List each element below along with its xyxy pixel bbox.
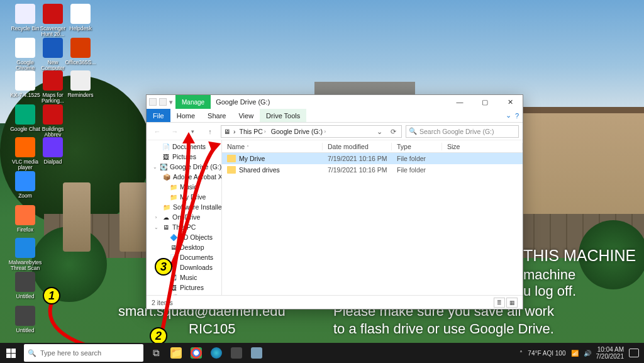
- desktop-icon[interactable]: Untitled: [8, 306, 43, 333]
- tab-home[interactable]: Home: [170, 109, 201, 122]
- view-details-icon[interactable]: ≣: [494, 298, 505, 308]
- callout-2: 2: [150, 327, 167, 345]
- wallpaper-headline: THIS MACHINE: [523, 247, 636, 265]
- search-icon: 🔍: [28, 349, 36, 357]
- weather-widget[interactable]: 74°F AQI 100: [528, 350, 565, 357]
- file-explorer-window[interactable]: ▾ Manage Google Drive (G:) ― ▢ ✕ File Ho…: [146, 94, 523, 310]
- nav-item[interactable]: 🖼Pictures: [147, 152, 221, 162]
- tab-file[interactable]: File: [147, 109, 170, 122]
- nav-item[interactable]: 📁Music: [147, 182, 221, 192]
- system-tray[interactable]: ˄ 74°F AQI 100 📶 🔊 10:04 AM7/20/2021: [514, 346, 644, 360]
- col-size[interactable]: Size: [442, 143, 523, 150]
- file-row[interactable]: My Drive7/19/2021 10:16 PMFile folder: [222, 153, 523, 164]
- wallpaper-line2: machine: [523, 267, 575, 283]
- address-history-icon[interactable]: ⌄: [374, 128, 385, 135]
- search-input[interactable]: 🔍 Search Google Drive (G:): [406, 125, 519, 138]
- nav-item[interactable]: ⌄🖥This PC: [147, 222, 221, 232]
- wallpaper-line5: to a flash drive or use Google Drive.: [333, 321, 554, 337]
- close-button[interactable]: ✕: [497, 95, 523, 109]
- desktop-icon[interactable]: Zoom: [8, 171, 43, 199]
- nav-up-button[interactable]: ↑: [203, 125, 217, 138]
- taskbar-edge[interactable]: [206, 343, 226, 363]
- tray-volume-icon[interactable]: 🔊: [584, 350, 591, 357]
- desktop-icon[interactable]: Reminders: [63, 70, 98, 98]
- qat-icon[interactable]: [159, 98, 167, 106]
- folder-icon: [227, 166, 236, 174]
- view-large-icons-icon[interactable]: ▦: [506, 298, 518, 308]
- taskbar-app[interactable]: [247, 343, 267, 363]
- desktop-icon[interactable]: Untitled: [8, 272, 43, 299]
- column-headers[interactable]: Name ˄ Date modified Type Size: [222, 140, 523, 153]
- tab-drive-tools[interactable]: Drive Tools: [260, 109, 306, 122]
- col-type[interactable]: Type: [392, 143, 442, 150]
- search-placeholder: Search Google Drive (G:): [419, 128, 494, 135]
- file-rows[interactable]: My Drive7/19/2021 10:16 PMFile folderSha…: [222, 153, 523, 295]
- qat-icon[interactable]: [149, 98, 157, 106]
- task-view-button[interactable]: ⧉: [146, 343, 166, 363]
- nav-item[interactable]: 🖼Pictures: [147, 282, 221, 293]
- taskbar-app[interactable]: [226, 343, 247, 363]
- wallpaper-room: RIC105: [189, 321, 236, 337]
- address-bar: ← → ▾ ↑ 🖥› This PC› Google Drive (G:)› ⌄…: [147, 123, 523, 140]
- nav-back-button[interactable]: ←: [150, 125, 164, 138]
- desktop-icon[interactable]: Firefox: [8, 205, 43, 233]
- desktop-icon[interactable]: Buildings Abbrev: [35, 104, 70, 138]
- arrowhead-icon: [182, 132, 195, 143]
- taskbar-chrome[interactable]: [186, 343, 206, 363]
- qat-dropdown-icon[interactable]: ▾: [169, 98, 173, 106]
- desktop-icon[interactable]: Office365S...: [63, 38, 98, 65]
- tab-view[interactable]: View: [232, 109, 260, 122]
- crumb-google-drive[interactable]: Google Drive (G:)›: [270, 128, 327, 135]
- desktop-icon[interactable]: Malwarebytes Threat Scan: [8, 238, 43, 272]
- search-icon: 🔍: [409, 127, 417, 135]
- ribbon-tabs: File Home Share View Drive Tools ⌄ ?: [147, 109, 523, 123]
- item-count: 2 items: [152, 299, 173, 306]
- wallpaper-line3: u log off.: [523, 283, 576, 299]
- breadcrumb[interactable]: 🖥› This PC› Google Drive (G:)› ⌄ ⟳: [221, 125, 402, 138]
- action-center-icon[interactable]: [629, 349, 639, 357]
- taskbar[interactable]: 🔍 Type here to search ⧉ 📁 ˄ 74°F AQI 100…: [0, 343, 644, 363]
- start-button[interactable]: [0, 343, 21, 363]
- help-icon[interactable]: ?: [515, 109, 519, 122]
- callout-3: 3: [155, 258, 172, 276]
- nav-item[interactable]: 🖥Desktop: [147, 242, 221, 252]
- titlebar[interactable]: ▾ Manage Google Drive (G:) ― ▢ ✕: [147, 95, 523, 109]
- taskbar-search-input[interactable]: 🔍 Type here to search: [24, 344, 143, 362]
- crumb-this-pc[interactable]: This PC›: [238, 128, 267, 135]
- status-bar: 2 items ≣ ▦: [147, 295, 523, 309]
- desktop-icon[interactable]: Dialpad: [35, 137, 70, 165]
- desktop-icon[interactable]: Helpdesk: [63, 4, 98, 31]
- taskbar-search-placeholder: Type here to search: [40, 349, 101, 357]
- pc-icon: 🖥: [224, 128, 231, 135]
- callout-1: 1: [43, 287, 60, 304]
- nav-item[interactable]: 📦Adobe Acrobat XI: [147, 172, 221, 182]
- nav-item[interactable]: ⌄💽Google Drive (G:): [147, 162, 221, 172]
- minimize-button[interactable]: ―: [447, 95, 472, 109]
- file-list-pane: Name ˄ Date modified Type Size My Drive7…: [222, 140, 523, 295]
- col-date[interactable]: Date modified: [323, 143, 392, 150]
- col-name[interactable]: Name ˄: [222, 143, 323, 150]
- clock[interactable]: 10:04 AM7/20/2021: [596, 346, 625, 360]
- file-row[interactable]: Shared drives7/19/2021 10:16 PMFile fold…: [222, 164, 523, 176]
- taskbar-file-explorer[interactable]: 📁: [166, 343, 186, 363]
- tab-share[interactable]: Share: [201, 109, 232, 122]
- maximize-button[interactable]: ▢: [472, 95, 497, 109]
- nav-item[interactable]: 🔷3D Objects: [147, 232, 221, 242]
- ribbon-expand-icon[interactable]: ⌄: [506, 109, 511, 122]
- window-title: Google Drive (G:): [211, 95, 275, 109]
- nav-item[interactable]: 📁Software Installers: [147, 202, 221, 212]
- nav-item[interactable]: 🎵Music: [147, 272, 221, 282]
- refresh-icon[interactable]: ⟳: [387, 128, 399, 135]
- folder-icon: [227, 155, 236, 162]
- contextual-tab-label: Manage: [175, 95, 211, 109]
- windows-logo-icon: [6, 349, 16, 358]
- nav-forward-button[interactable]: →: [168, 125, 182, 138]
- nav-item[interactable]: ›☁OneDrive: [147, 212, 221, 222]
- nav-item[interactable]: 📁My Drive: [147, 192, 221, 202]
- tray-chevron-up-icon[interactable]: ˄: [519, 350, 523, 357]
- tray-network-icon[interactable]: 📶: [571, 350, 579, 357]
